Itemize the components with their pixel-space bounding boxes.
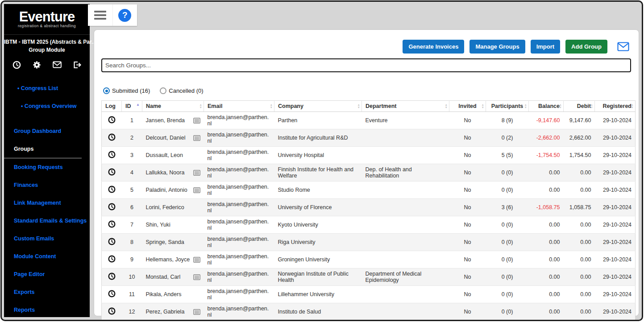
log-history-icon[interactable] xyxy=(108,168,116,176)
sidebar-item-group-dashboard[interactable]: Group Dashboard xyxy=(4,128,90,134)
note-icon[interactable] xyxy=(193,274,200,280)
group-name[interactable]: Monstad, Carl xyxy=(146,274,191,280)
column-header-company[interactable]: Company▲▼ xyxy=(274,101,362,112)
sidebar-item-exports[interactable]: Exports xyxy=(4,289,90,295)
table-row[interactable]: 8Springe, Sandabrenda.jansen@parthen.nlR… xyxy=(102,234,636,251)
table-row[interactable]: 10Monstad, Carlbrenda.jansen@parthen.nlN… xyxy=(102,268,636,286)
note-icon[interactable] xyxy=(193,257,200,263)
note-icon[interactable] xyxy=(193,170,200,176)
logout-icon[interactable] xyxy=(73,60,82,69)
sidebar-item-booking-requests[interactable]: Booking Requests xyxy=(4,164,90,170)
sort-icon: ▲▼ xyxy=(199,103,202,109)
table-row[interactable]: 3Dussault, Leonbrenda.jansen@parthen.nlU… xyxy=(102,147,636,164)
table-row[interactable]: 5Paladini, Antoniobrenda.jansen@parthen.… xyxy=(102,182,636,199)
note-icon[interactable] xyxy=(193,309,200,315)
group-name[interactable]: Dussault, Leon xyxy=(146,152,200,158)
filter-option-submitted-16[interactable]: Submitted (16) xyxy=(103,87,150,94)
column-header-log: Log xyxy=(102,101,122,112)
add-group-button[interactable]: Add Group xyxy=(565,40,607,54)
table-row[interactable]: 1Jansen, Brendabrenda.jansen@parthen.nlP… xyxy=(102,112,636,129)
group-name[interactable]: Perez, Gabriela xyxy=(146,309,191,315)
debit-cell: 2,662.00 xyxy=(564,129,595,147)
sidebar-item-page-editor[interactable]: Page Editor xyxy=(4,271,90,277)
help-button[interactable]: ? xyxy=(112,4,137,26)
log-history-icon[interactable] xyxy=(108,151,116,158)
group-name[interactable]: Springe, Sanda xyxy=(146,239,200,245)
column-header-debit[interactable]: Debit▲▼ xyxy=(564,101,595,112)
sidebar-item-module-content[interactable]: Module Content xyxy=(4,253,90,260)
sidebar-item-reports[interactable]: Reports xyxy=(4,307,90,313)
log-history-icon[interactable] xyxy=(108,238,116,245)
group-name[interactable]: Lallukka, Noora xyxy=(146,169,191,176)
balance-cell: -1,754.50 xyxy=(529,147,564,164)
id-cell: 5 xyxy=(122,182,142,199)
sidebar-item-link-management[interactable]: Link Management xyxy=(4,200,90,206)
sidebar-item-groups[interactable]: Groups xyxy=(4,146,82,158)
company-cell: Lillehammer University xyxy=(274,286,362,303)
table-row[interactable]: 9Hellemans, Joycebrenda.jansen@parthen.n… xyxy=(102,251,636,268)
table-row[interactable]: 7Shin, Yukibrenda.jansen@parthen.nlKyoto… xyxy=(102,216,636,234)
invited-cell: No xyxy=(449,216,486,234)
import-button[interactable]: Import xyxy=(531,40,560,54)
mail-icon[interactable] xyxy=(53,60,62,69)
column-header-participants[interactable]: Participants▲▼ xyxy=(486,101,529,112)
sidebar-item-standard-emails-settings[interactable]: Standard Emails & Settings xyxy=(4,218,90,224)
group-name[interactable]: Paladini, Antonio xyxy=(146,187,191,193)
table-row[interactable]: 2Delcourt, Danielbrenda.jansen@parthen.n… xyxy=(102,129,636,147)
group-name[interactable]: Pikala, Anders xyxy=(146,291,200,297)
column-header-balance[interactable]: Balance▲▼ xyxy=(529,101,564,112)
group-name[interactable]: Hellemans, Joyce xyxy=(146,256,191,263)
log-history-icon[interactable] xyxy=(108,255,116,263)
log-history-icon[interactable] xyxy=(108,186,116,193)
note-icon[interactable] xyxy=(193,118,200,124)
table-row[interactable]: 4Lallukka, Noorabrenda.jansen@parthen.nl… xyxy=(102,164,636,182)
participants-cell: 0 (0) xyxy=(486,286,529,303)
logo-subtitle: registration & abstract handling xyxy=(4,24,90,28)
log-history-icon[interactable] xyxy=(108,133,116,141)
note-icon[interactable] xyxy=(193,187,200,193)
log-history-icon[interactable] xyxy=(108,272,116,280)
group-name[interactable]: Shin, Yuki xyxy=(146,222,200,228)
log-history-icon[interactable] xyxy=(108,290,116,297)
group-name[interactable]: Jansen, Brenda xyxy=(146,117,191,124)
table-row[interactable]: 13Norling, Meganbrenda.jansen@parthen.nl… xyxy=(102,321,636,322)
log-history-icon[interactable] xyxy=(108,220,116,228)
email-groups-button[interactable] xyxy=(617,41,631,52)
column-header-registered[interactable]: Registered▲▼ xyxy=(595,101,636,112)
generate-invoices-button[interactable]: Generate Invoices xyxy=(403,40,464,54)
column-header-invited[interactable]: Invited▲▼ xyxy=(449,101,486,112)
column-header-name[interactable]: Name▲▼ xyxy=(142,101,204,112)
sidebar-item-finances[interactable]: Finances xyxy=(4,182,90,188)
registered-cell: 29-10-2024 xyxy=(595,182,636,199)
column-header-email[interactable]: Email▲▼ xyxy=(204,101,274,112)
participants-cell: 0 (0) xyxy=(486,234,529,251)
manage-groups-button[interactable]: Manage Groups xyxy=(469,40,525,54)
sidebar-item-congress-list[interactable]: • Congress List xyxy=(4,85,90,91)
table-row[interactable]: 12Perez, Gabrielabrenda.jansen@parthen.n… xyxy=(102,303,636,321)
balance-cell: 0.00 xyxy=(529,321,564,322)
registered-cell: 29-10-2024 xyxy=(595,199,636,216)
group-name[interactable]: Lorini, Federico xyxy=(146,204,200,211)
note-icon[interactable] xyxy=(193,135,200,141)
search-input[interactable] xyxy=(101,58,631,72)
table-row[interactable]: 11Pikala, Andersbrenda.jansen@parthen.nl… xyxy=(102,286,636,303)
id-cell: 7 xyxy=(122,216,142,234)
log-history-icon[interactable] xyxy=(108,116,116,124)
column-label: Debit xyxy=(577,103,591,109)
log-history-icon[interactable] xyxy=(108,203,116,211)
group-name[interactable]: Delcourt, Daniel xyxy=(146,135,191,141)
filter-option-cancelled-0[interactable]: Cancelled (0) xyxy=(160,87,203,94)
column-header-department[interactable]: Department▲▼ xyxy=(362,101,449,112)
table-row[interactable]: 6Lorini, Federicobrenda.jansen@parthen.n… xyxy=(102,199,636,216)
column-header-id[interactable]: ID▲ xyxy=(122,101,142,112)
menu-toggle-button[interactable] xyxy=(88,4,112,26)
participants-cell: 0 (0) xyxy=(486,303,529,321)
history-icon[interactable] xyxy=(12,60,21,69)
log-history-icon[interactable] xyxy=(108,307,116,315)
department-cell: Department of Medical Epidemiology xyxy=(362,268,449,286)
sidebar-item-custom-emails[interactable]: Custom Emails xyxy=(4,235,90,242)
sidebar-item-congress-overview[interactable]: • Congress Overview xyxy=(4,103,90,109)
company-cell: Studio Rome xyxy=(274,182,362,199)
settings-icon[interactable] xyxy=(33,60,42,69)
radio-icon xyxy=(160,87,166,94)
